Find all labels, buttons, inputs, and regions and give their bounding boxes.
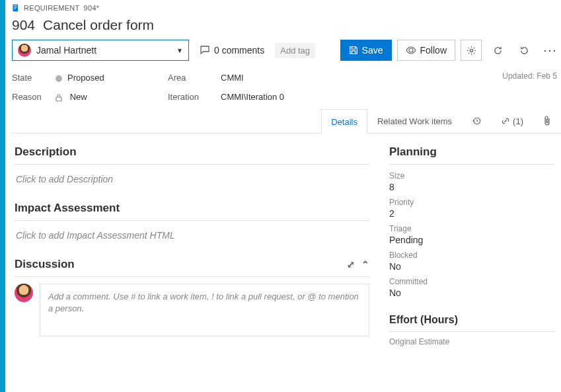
breadcrumb: REQUIREMENT 904* (12, 0, 561, 13)
more-actions-button[interactable]: ··· (540, 40, 561, 61)
tab-bar: Details Related Work items (1) (12, 108, 561, 134)
svg-rect-2 (14, 7, 17, 8)
svg-rect-5 (56, 97, 61, 101)
save-button[interactable]: Save (340, 40, 392, 61)
toolbar: Jamal Hartnett ▼ 0 comments Add tag Save… (12, 40, 561, 70)
link-icon (501, 116, 510, 126)
impact-field[interactable]: Click to add Impact Assessment HTML (15, 227, 369, 258)
assignee-name: Jamal Hartnett (36, 45, 171, 56)
history-icon (472, 116, 481, 126)
area-value[interactable]: CMMI (221, 73, 284, 83)
expand-icon[interactable]: ⤢ (347, 259, 355, 270)
tab-related[interactable]: Related Work items (367, 108, 462, 133)
comments-count: 0 comments (214, 45, 264, 56)
collapse-icon[interactable]: ⌃ (361, 259, 369, 270)
refresh-icon (493, 46, 503, 56)
blocked-label: Blocked (389, 251, 554, 260)
undo-icon (519, 46, 529, 56)
svg-point-4 (470, 49, 472, 52)
iteration-label: Iteration (168, 92, 221, 102)
planning-heading: Planning (389, 145, 554, 165)
original-estimate-label: Original Estimate (389, 337, 554, 346)
updated-text: Updated: Feb 5 (502, 71, 557, 81)
committed-label: Committed (389, 277, 554, 286)
state-label: State (12, 73, 56, 83)
eye-icon (406, 46, 416, 54)
area-label: Area (168, 73, 221, 83)
tab-details[interactable]: Details (321, 109, 367, 134)
size-label: Size (389, 171, 554, 180)
avatar (18, 44, 31, 57)
avatar (15, 284, 33, 302)
state-dot-icon (56, 75, 62, 82)
tab-history[interactable] (462, 108, 491, 133)
work-item-title[interactable]: Cancel order form (43, 17, 154, 33)
accent-stripe (0, 0, 5, 392)
triage-value[interactable]: Pending (389, 235, 554, 245)
comment-input[interactable]: Add a comment. Use # to link a work item… (40, 284, 369, 336)
links-count: (1) (513, 116, 523, 126)
tab-attachments[interactable] (533, 108, 561, 133)
requirement-icon (12, 4, 20, 12)
reason-value[interactable]: New (56, 92, 168, 102)
work-item-id: 904 (12, 17, 35, 33)
priority-label: Priority (389, 198, 554, 207)
description-heading: Description (15, 145, 369, 165)
impact-heading: Impact Assessment (15, 202, 369, 221)
lock-icon (56, 94, 62, 102)
discussion-heading: Discussion ⤢ ⌃ (15, 258, 369, 277)
refresh-button[interactable] (487, 40, 508, 61)
committed-value[interactable]: No (389, 288, 554, 298)
settings-button[interactable] (461, 40, 482, 61)
comments-button[interactable]: 0 comments (194, 40, 270, 61)
state-value[interactable]: Proposed (56, 73, 168, 83)
breadcrumb-id: 904* (84, 4, 100, 12)
tab-links[interactable]: (1) (491, 108, 533, 133)
undo-button[interactable] (513, 40, 535, 61)
description-field[interactable]: Click to add Description (15, 171, 369, 202)
assignee-picker[interactable]: Jamal Hartnett ▼ (12, 40, 189, 61)
triage-label: Triage (389, 224, 554, 233)
title-row: 904 Cancel order form (12, 13, 561, 40)
comment-icon (200, 45, 210, 56)
priority-value[interactable]: 2 (389, 208, 554, 219)
follow-label: Follow (420, 45, 447, 56)
meta-grid: State Reason Proposed New Area Iteration… (12, 70, 561, 108)
svg-rect-3 (14, 9, 16, 9)
follow-button[interactable]: Follow (397, 40, 455, 61)
blocked-value[interactable]: No (389, 261, 554, 272)
reason-label: Reason (12, 92, 56, 102)
breadcrumb-type: REQUIREMENT (24, 4, 80, 12)
attachment-icon (543, 116, 551, 126)
chevron-down-icon: ▼ (176, 47, 183, 54)
gear-icon (467, 46, 476, 56)
save-label: Save (362, 45, 383, 56)
add-tag-button[interactable]: Add tag (275, 43, 315, 58)
svg-rect-1 (14, 5, 17, 6)
iteration-value[interactable]: CMMI\Iteration 0 (221, 92, 284, 102)
save-icon (349, 46, 358, 55)
size-value[interactable]: 8 (389, 182, 554, 192)
effort-heading: Effort (Hours) (389, 314, 554, 332)
